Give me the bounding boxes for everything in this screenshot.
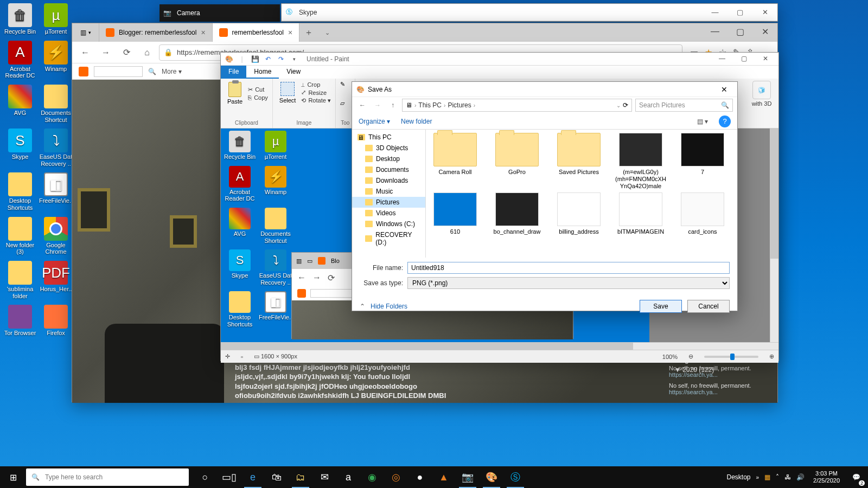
hide-folders-toggle[interactable]: Hide Folders: [371, 303, 407, 310]
file-item[interactable]: (m=ewlLG0y)(mh=FMNOM0cXHYnQa42O)male: [615, 133, 667, 190]
file-item[interactable]: 610: [429, 192, 481, 235]
search-input[interactable]: Search Pictures 🔍: [635, 99, 733, 112]
maximize-button[interactable]: ▢: [733, 53, 755, 65]
up-button[interactable]: ↑: [387, 101, 399, 109]
blogger-more-menu[interactable]: More ▾: [162, 68, 182, 75]
taskbar-skype[interactable]: Ⓢ: [503, 466, 527, 488]
file-item[interactable]: GoPro: [491, 133, 543, 190]
paint-app-icon[interactable]: 🎨: [224, 54, 234, 64]
minimize-button[interactable]: —: [703, 23, 727, 40]
desktop-icon[interactable]: 🗑Recycle Bin: [2, 3, 38, 35]
minimize-button[interactable]: —: [703, 5, 727, 20]
skype-window[interactable]: Ⓢ Skype — ▢ ✕: [281, 3, 778, 22]
desktop-icon[interactable]: µµTorrent: [258, 131, 293, 160]
new-folder-button[interactable]: New folder: [401, 118, 432, 125]
desktop-icon[interactable]: PDFHorus_Her..: [38, 261, 74, 293]
task-view-button[interactable]: ▭▯: [217, 466, 241, 488]
maximize-button[interactable]: ▢: [727, 23, 752, 40]
save-icon[interactable]: 💾: [250, 54, 260, 64]
cortana-button[interactable]: ○: [193, 466, 217, 488]
save-button[interactable]: Save: [640, 300, 682, 313]
desktop-icon[interactable]: 🗑Recycle Bin: [222, 131, 258, 160]
edge-tab-switcher[interactable]: ▥ ▾: [72, 23, 99, 42]
desktop-icon[interactable]: 'sublimina folder: [2, 261, 38, 299]
desktop-icon[interactable]: ⚡Winamp: [38, 41, 74, 73]
copy-button[interactable]: ⎘Copy: [248, 94, 268, 101]
pencil-icon[interactable]: ✎: [340, 81, 345, 88]
rotate-button[interactable]: ⟲Rotate ▾: [301, 97, 330, 105]
desktop-icon[interactable]: SSkype: [2, 129, 38, 160]
resize-button[interactable]: ⤢Resize: [301, 88, 330, 97]
tree-node[interactable]: Downloads: [352, 175, 425, 186]
desktop-icon[interactable]: Desktop Shortcuts: [222, 291, 258, 328]
refresh-icon[interactable]: ⟳: [623, 101, 628, 109]
zoom-out-button[interactable]: ⊖: [688, 353, 693, 360]
forward-button[interactable]: →: [372, 101, 384, 109]
tree-node[interactable]: Pictures: [352, 197, 425, 208]
zoom-slider[interactable]: [704, 356, 758, 358]
back-button[interactable]: ←: [356, 101, 368, 109]
new-tab-button[interactable]: ＋: [299, 23, 318, 42]
minimize-button[interactable]: —: [711, 53, 733, 65]
taskbar-explorer[interactable]: 🗂: [289, 466, 312, 488]
taskbar-tripadvisor[interactable]: ◉: [360, 466, 384, 488]
tree-node[interactable]: Desktop: [352, 153, 425, 164]
tree-node[interactable]: Documents: [352, 164, 425, 175]
file-item[interactable]: 7: [676, 133, 729, 190]
close-button[interactable]: ✕: [752, 5, 777, 20]
taskbar-app[interactable]: ◎: [384, 466, 408, 488]
home-button[interactable]: ⌂: [138, 44, 156, 61]
tree-node[interactable]: 🖥This PC: [352, 132, 425, 143]
desktop-icon[interactable]: AAcrobat Reader DC: [222, 166, 258, 202]
chevron-down-icon[interactable]: ⌄: [616, 102, 621, 108]
tree-node[interactable]: Videos: [352, 208, 425, 219]
taskbar[interactable]: ⊞ 🔍 Type here to search ○ ▭▯ e 🛍 🗂 ✉ a ◉…: [0, 466, 868, 488]
network-icon[interactable]: 🖧: [784, 473, 791, 481]
tree-node[interactable]: Music: [352, 186, 425, 197]
list-item[interactable]: No self, no freewill, permanent. https:/…: [669, 365, 772, 378]
desktop-icon[interactable]: Firefox: [38, 305, 74, 337]
organize-menu[interactable]: Organize ▾: [359, 118, 390, 125]
savetype-select[interactable]: PNG (*.png): [407, 277, 730, 289]
desktop-toolbar-label[interactable]: Desktop: [726, 473, 750, 481]
taskbar-camera[interactable]: 📷: [456, 466, 480, 488]
eraser-icon[interactable]: ▱: [340, 100, 344, 107]
action-center-button[interactable]: 💬 2: [844, 466, 868, 488]
file-item[interactable]: card_icons: [676, 192, 729, 235]
blogger-icon[interactable]: [79, 67, 88, 76]
crop-button[interactable]: ⟂Crop: [301, 81, 330, 88]
taskbar-amazon[interactable]: a: [336, 466, 360, 488]
close-button[interactable]: ✕: [755, 53, 776, 65]
file-item[interactable]: bo_channel_draw: [491, 192, 543, 235]
tray-chevron-up-icon[interactable]: ˄: [776, 473, 779, 481]
file-item[interactable]: Camera Roll: [429, 133, 481, 190]
file-tab[interactable]: File: [221, 66, 246, 79]
file-list[interactable]: Camera RollGoProSaved Pictures(m=ewlLG0y…: [426, 130, 737, 258]
help-button[interactable]: ?: [719, 115, 731, 127]
forward-button[interactable]: →: [97, 44, 114, 61]
taskbar-store[interactable]: 🛍: [265, 466, 289, 488]
desktop-icon[interactable]: AVG: [222, 208, 258, 237]
desktop-icon[interactable]: New folder (3): [2, 217, 38, 255]
file-item[interactable]: billing_address: [553, 192, 605, 235]
tab-close-icon[interactable]: ×: [288, 28, 292, 37]
taskbar-paint[interactable]: 🎨: [480, 466, 503, 488]
file-item[interactable]: Saved Pictures: [553, 133, 605, 190]
list-item[interactable]: No self, no freewill, permanent. https:/…: [669, 382, 772, 395]
tray-overflow-icon[interactable]: »: [756, 474, 760, 480]
desktop-icon[interactable]: ◧FreeFileVie..: [38, 172, 74, 204]
tab-close-icon[interactable]: ×: [201, 28, 205, 37]
camera-titlebar[interactable]: 📷 Camera: [159, 4, 280, 22]
search-icon[interactable]: 🔍: [148, 68, 156, 75]
save-as-dialog[interactable]: 🎨 Save As ✕ ← → ↑ 🖥 › This PC › Pictures…: [352, 81, 738, 311]
desktop-icon[interactable]: SSkype: [222, 249, 258, 279]
desktop-icon[interactable]: ⚡Winamp: [258, 166, 293, 196]
desktop-icon[interactable]: µµTorrent: [38, 3, 74, 35]
taskbar-app2[interactable]: ●: [408, 466, 432, 488]
desktop-icon[interactable]: AVG: [2, 85, 38, 117]
file-item[interactable]: bITMAPIMAGEIN: [615, 192, 667, 235]
vertical-scrollbar[interactable]: [770, 129, 778, 342]
browser-tab[interactable]: Blogger: rememberlessfool×: [99, 23, 213, 42]
chevron-icon[interactable]: ⌃: [360, 303, 365, 310]
select-button[interactable]: Select: [277, 81, 298, 105]
